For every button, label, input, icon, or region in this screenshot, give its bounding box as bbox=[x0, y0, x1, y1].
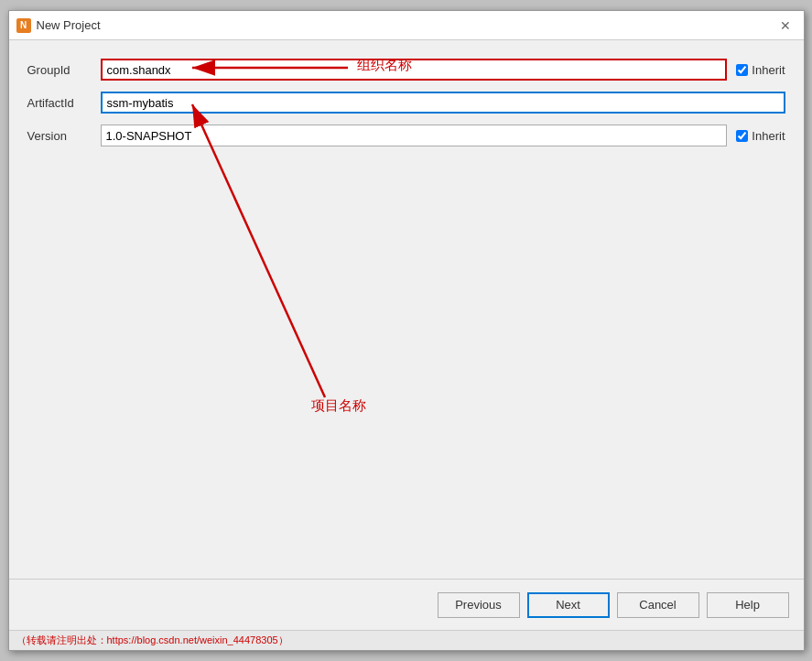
next-button[interactable]: Next bbox=[527, 592, 610, 618]
artifactid-row: ArtifactId bbox=[27, 92, 785, 114]
new-project-dialog: N New Project ✕ GroupId Inherit Artifact… bbox=[8, 10, 805, 651]
title-bar-left: N New Project bbox=[16, 18, 101, 33]
dialog-content: GroupId Inherit ArtifactId Version Inher… bbox=[9, 40, 804, 579]
close-button[interactable]: ✕ bbox=[774, 15, 796, 37]
help-button[interactable]: Help bbox=[707, 592, 789, 618]
version-input[interactable] bbox=[101, 125, 728, 146]
artifactid-label: ArtifactId bbox=[27, 96, 101, 110]
groupid-input[interactable] bbox=[101, 59, 728, 81]
svg-line-2 bbox=[192, 104, 325, 397]
previous-button[interactable]: Previous bbox=[438, 592, 520, 618]
artifactid-input[interactable] bbox=[101, 92, 785, 114]
dialog-footer: Previous Next Cancel Help bbox=[9, 579, 804, 630]
version-inherit-label: Inherit bbox=[752, 129, 785, 143]
version-label: Version bbox=[27, 129, 101, 143]
version-row: Version Inherit bbox=[27, 125, 785, 146]
annotation-arrows bbox=[9, 40, 804, 579]
bottom-bar: （转载请注明出处：https://blog.csdn.net/weixin_44… bbox=[9, 630, 804, 650]
version-inherit: Inherit bbox=[736, 129, 785, 143]
watermark-text: （转载请注明出处：https://blog.csdn.net/weixin_44… bbox=[16, 634, 288, 647]
groupid-inherit: Inherit bbox=[736, 63, 785, 77]
version-inherit-checkbox[interactable] bbox=[736, 130, 748, 142]
proj-annotation: 项目名称 bbox=[311, 397, 366, 415]
dialog-title: New Project bbox=[37, 18, 101, 32]
cancel-button[interactable]: Cancel bbox=[617, 592, 699, 618]
app-icon: N bbox=[16, 18, 31, 33]
groupid-inherit-label: Inherit bbox=[752, 63, 785, 77]
title-bar: N New Project ✕ bbox=[9, 11, 804, 40]
groupid-label: GroupId bbox=[27, 63, 101, 77]
groupid-row: GroupId Inherit bbox=[27, 59, 785, 81]
annotation-overlay: 组织名称 项目名称 bbox=[9, 40, 804, 579]
groupid-inherit-checkbox[interactable] bbox=[736, 64, 748, 76]
